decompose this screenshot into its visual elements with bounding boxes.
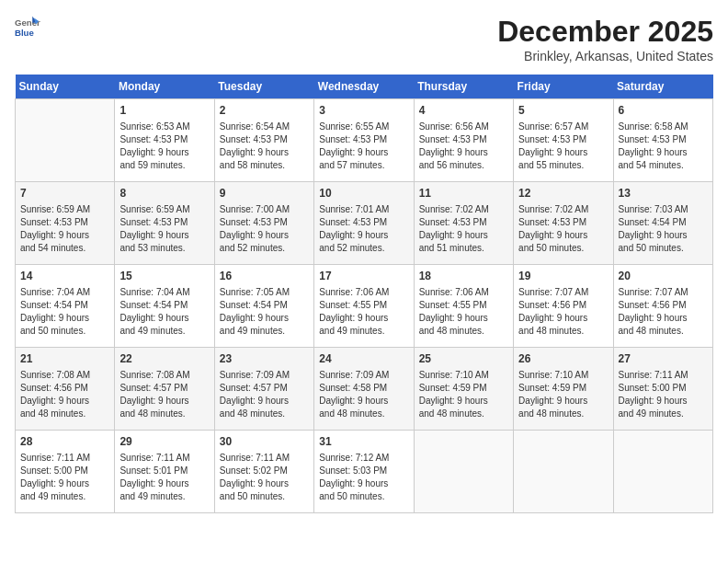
day-number: 31 <box>319 434 408 450</box>
day-info: Sunrise: 7:05 AM Sunset: 4:54 PM Dayligh… <box>220 286 309 338</box>
calendar-cell: 21Sunrise: 7:08 AM Sunset: 4:56 PM Dayli… <box>16 348 115 431</box>
calendar-cell: 22Sunrise: 7:08 AM Sunset: 4:57 PM Dayli… <box>115 348 214 431</box>
weekday-header-row: SundayMondayTuesdayWednesdayThursdayFrid… <box>16 75 713 99</box>
month-title: December 2025 <box>497 15 713 49</box>
day-number: 11 <box>419 186 508 201</box>
location-subtitle: Brinkley, Arkansas, United States <box>497 49 713 63</box>
calendar-cell: 17Sunrise: 7:06 AM Sunset: 4:55 PM Dayli… <box>314 265 414 348</box>
svg-text:Blue: Blue <box>15 28 34 38</box>
weekday-header-friday: Friday <box>514 75 613 99</box>
calendar-cell: 3Sunrise: 6:55 AM Sunset: 4:53 PM Daylig… <box>314 99 414 182</box>
calendar-cell: 23Sunrise: 7:09 AM Sunset: 4:57 PM Dayli… <box>214 348 313 431</box>
day-number: 22 <box>119 351 209 367</box>
calendar-cell <box>16 99 115 182</box>
logo-icon: General Blue <box>15 15 40 40</box>
weekday-header-wednesday: Wednesday <box>314 75 414 99</box>
day-info: Sunrise: 7:10 AM Sunset: 4:59 PM Dayligh… <box>419 369 508 420</box>
calendar-week-3: 14Sunrise: 7:04 AM Sunset: 4:54 PM Dayli… <box>16 265 713 348</box>
day-number: 16 <box>220 269 309 284</box>
day-number: 6 <box>619 103 708 119</box>
weekday-header-thursday: Thursday <box>414 75 513 99</box>
day-number: 30 <box>220 434 309 450</box>
weekday-header-tuesday: Tuesday <box>214 75 313 99</box>
day-info: Sunrise: 7:06 AM Sunset: 4:55 PM Dayligh… <box>419 286 508 338</box>
calendar-cell: 20Sunrise: 7:07 AM Sunset: 4:56 PM Dayli… <box>613 265 712 348</box>
day-info: Sunrise: 6:58 AM Sunset: 4:53 PM Dayligh… <box>619 121 708 172</box>
day-number: 2 <box>220 103 309 119</box>
calendar-week-4: 21Sunrise: 7:08 AM Sunset: 4:56 PM Dayli… <box>16 348 713 431</box>
day-number: 19 <box>518 269 608 284</box>
calendar-cell: 29Sunrise: 7:11 AM Sunset: 5:01 PM Dayli… <box>115 431 214 513</box>
day-info: Sunrise: 7:11 AM Sunset: 5:00 PM Dayligh… <box>619 369 708 420</box>
calendar-body: 1Sunrise: 6:53 AM Sunset: 4:53 PM Daylig… <box>16 99 713 513</box>
day-number: 5 <box>518 103 608 119</box>
day-number: 20 <box>619 269 708 284</box>
calendar-cell: 26Sunrise: 7:10 AM Sunset: 4:59 PM Dayli… <box>514 348 613 431</box>
day-number: 14 <box>20 269 109 284</box>
calendar-cell: 15Sunrise: 7:04 AM Sunset: 4:54 PM Dayli… <box>115 265 214 348</box>
day-number: 17 <box>319 269 408 284</box>
day-info: Sunrise: 7:08 AM Sunset: 4:57 PM Dayligh… <box>119 369 209 420</box>
day-number: 7 <box>20 186 109 201</box>
calendar-header: SundayMondayTuesdayWednesdayThursdayFrid… <box>16 75 713 99</box>
calendar-week-5: 28Sunrise: 7:11 AM Sunset: 5:00 PM Dayli… <box>16 431 713 513</box>
day-info: Sunrise: 6:55 AM Sunset: 4:53 PM Dayligh… <box>319 121 408 172</box>
day-info: Sunrise: 7:00 AM Sunset: 4:53 PM Dayligh… <box>220 203 309 255</box>
calendar-cell: 9Sunrise: 7:00 AM Sunset: 4:53 PM Daylig… <box>214 182 313 265</box>
calendar-cell: 13Sunrise: 7:03 AM Sunset: 4:54 PM Dayli… <box>613 182 712 265</box>
calendar-cell: 6Sunrise: 6:58 AM Sunset: 4:53 PM Daylig… <box>613 99 712 182</box>
calendar-cell: 10Sunrise: 7:01 AM Sunset: 4:53 PM Dayli… <box>314 182 414 265</box>
calendar-table: SundayMondayTuesdayWednesdayThursdayFrid… <box>15 75 713 513</box>
day-info: Sunrise: 7:11 AM Sunset: 5:00 PM Dayligh… <box>20 452 109 503</box>
day-info: Sunrise: 7:11 AM Sunset: 5:01 PM Dayligh… <box>119 452 209 503</box>
day-number: 24 <box>319 351 408 367</box>
calendar-cell: 8Sunrise: 6:59 AM Sunset: 4:53 PM Daylig… <box>115 182 214 265</box>
day-number: 21 <box>20 351 109 367</box>
calendar-cell: 2Sunrise: 6:54 AM Sunset: 4:53 PM Daylig… <box>214 99 313 182</box>
day-info: Sunrise: 7:04 AM Sunset: 4:54 PM Dayligh… <box>119 286 209 338</box>
day-number: 1 <box>119 103 209 119</box>
calendar-cell: 12Sunrise: 7:02 AM Sunset: 4:53 PM Dayli… <box>514 182 613 265</box>
day-number: 28 <box>20 434 109 450</box>
day-info: Sunrise: 7:07 AM Sunset: 4:56 PM Dayligh… <box>619 286 708 338</box>
day-info: Sunrise: 6:57 AM Sunset: 4:53 PM Dayligh… <box>518 121 608 172</box>
calendar-cell <box>613 431 712 513</box>
calendar-cell: 18Sunrise: 7:06 AM Sunset: 4:55 PM Dayli… <box>414 265 513 348</box>
calendar-cell: 24Sunrise: 7:09 AM Sunset: 4:58 PM Dayli… <box>314 348 414 431</box>
logo: General Blue <box>15 15 40 40</box>
day-number: 13 <box>619 186 708 201</box>
calendar-cell: 1Sunrise: 6:53 AM Sunset: 4:53 PM Daylig… <box>115 99 214 182</box>
calendar-cell <box>414 431 513 513</box>
day-info: Sunrise: 6:59 AM Sunset: 4:53 PM Dayligh… <box>20 203 109 255</box>
day-number: 15 <box>119 269 209 284</box>
day-info: Sunrise: 7:09 AM Sunset: 4:58 PM Dayligh… <box>319 369 408 420</box>
day-number: 12 <box>518 186 608 201</box>
day-info: Sunrise: 7:10 AM Sunset: 4:59 PM Dayligh… <box>518 369 608 420</box>
day-info: Sunrise: 7:02 AM Sunset: 4:53 PM Dayligh… <box>518 203 608 255</box>
day-number: 8 <box>119 186 209 201</box>
weekday-header-sunday: Sunday <box>16 75 115 99</box>
calendar-cell <box>514 431 613 513</box>
day-number: 25 <box>419 351 508 367</box>
day-info: Sunrise: 6:59 AM Sunset: 4:53 PM Dayligh… <box>119 203 209 255</box>
weekday-header-saturday: Saturday <box>613 75 712 99</box>
day-number: 18 <box>419 269 508 284</box>
calendar-cell: 31Sunrise: 7:12 AM Sunset: 5:03 PM Dayli… <box>314 431 414 513</box>
day-info: Sunrise: 6:53 AM Sunset: 4:53 PM Dayligh… <box>119 121 209 172</box>
day-info: Sunrise: 7:01 AM Sunset: 4:53 PM Dayligh… <box>319 203 408 255</box>
day-info: Sunrise: 7:03 AM Sunset: 4:54 PM Dayligh… <box>619 203 708 255</box>
day-number: 10 <box>319 186 408 201</box>
calendar-cell: 30Sunrise: 7:11 AM Sunset: 5:02 PM Dayli… <box>214 431 313 513</box>
day-number: 26 <box>518 351 608 367</box>
calendar-cell: 19Sunrise: 7:07 AM Sunset: 4:56 PM Dayli… <box>514 265 613 348</box>
calendar-cell: 27Sunrise: 7:11 AM Sunset: 5:00 PM Dayli… <box>613 348 712 431</box>
day-number: 4 <box>419 103 508 119</box>
day-number: 9 <box>220 186 309 201</box>
calendar-cell: 11Sunrise: 7:02 AM Sunset: 4:53 PM Dayli… <box>414 182 513 265</box>
day-info: Sunrise: 7:11 AM Sunset: 5:02 PM Dayligh… <box>220 452 309 503</box>
day-info: Sunrise: 7:04 AM Sunset: 4:54 PM Dayligh… <box>20 286 109 338</box>
calendar-cell: 16Sunrise: 7:05 AM Sunset: 4:54 PM Dayli… <box>214 265 313 348</box>
day-number: 27 <box>619 351 708 367</box>
calendar-cell: 4Sunrise: 6:56 AM Sunset: 4:53 PM Daylig… <box>414 99 513 182</box>
calendar-week-2: 7Sunrise: 6:59 AM Sunset: 4:53 PM Daylig… <box>16 182 713 265</box>
